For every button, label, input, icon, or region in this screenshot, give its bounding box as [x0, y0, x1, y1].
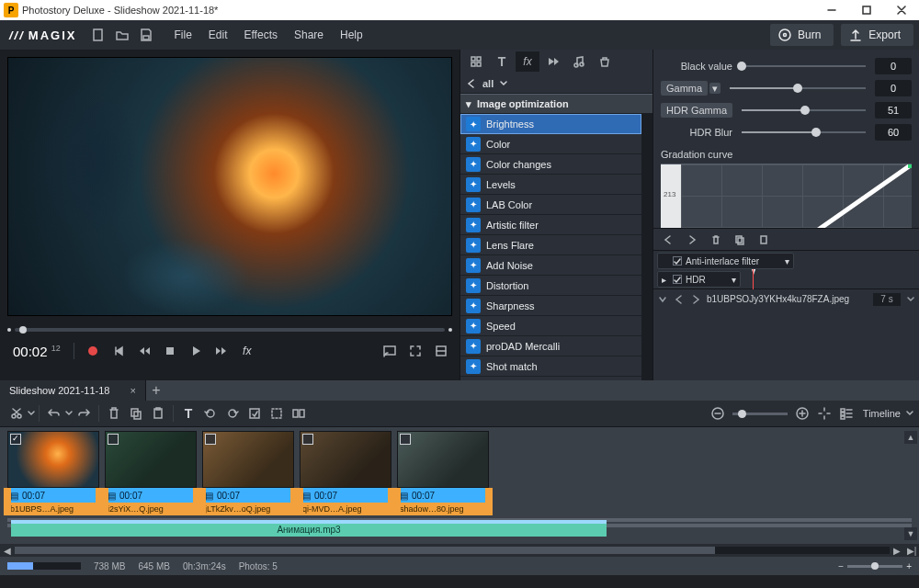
fx-item[interactable]: ✦LAB Color [460, 195, 641, 215]
param-slider[interactable] [742, 65, 866, 67]
story-scroll-up-icon[interactable]: ▲ [904, 431, 917, 444]
zoom-in-icon[interactable] [791, 402, 813, 424]
fx-scrollbar[interactable] [641, 114, 652, 380]
status-zoom-in-icon[interactable]: + [906, 561, 912, 571]
rotate-right-icon[interactable] [221, 402, 244, 424]
kf-copy-icon[interactable] [729, 229, 751, 251]
clip-thumbnail[interactable] [7, 431, 99, 488]
clip-checkbox[interactable] [108, 434, 119, 445]
clip-handle-left[interactable] [101, 488, 108, 515]
goto-start-button[interactable] [108, 340, 130, 362]
hscroll-right-icon[interactable]: ▶ [890, 544, 904, 557]
storyboard-clip[interactable]: ▤00:07b1UBPS…A.jpeg [7, 431, 99, 515]
status-zoom-out-icon[interactable]: − [838, 561, 844, 571]
chevron-down-icon[interactable] [906, 410, 913, 417]
fx-item[interactable]: ✦Brightness [460, 114, 641, 134]
fx-tab-store-icon[interactable] [593, 51, 617, 72]
kf-param-row[interactable]: ▸HDR▾ [657, 271, 741, 288]
delete-icon[interactable] [103, 402, 125, 424]
fx-item[interactable]: ✦Shot match [460, 356, 641, 377]
clip-duration-box[interactable]: 7 s [873, 293, 901, 306]
crop-border-icon[interactable] [266, 402, 288, 424]
open-folder-icon[interactable] [111, 24, 133, 46]
undo-icon[interactable] [43, 402, 65, 424]
clip-handle-left[interactable] [393, 488, 401, 515]
kf-back-icon[interactable] [657, 229, 679, 251]
story-scroll-down-icon[interactable]: ▼ [904, 527, 917, 540]
fullscreen-icon[interactable] [404, 340, 426, 362]
menu-help[interactable]: Help [333, 25, 370, 45]
clip-handle-left[interactable] [4, 488, 11, 515]
auto-enhance-icon[interactable] [244, 402, 266, 424]
fx-item[interactable]: ✦Artistic filter [460, 215, 641, 235]
checkbox-icon[interactable] [673, 256, 682, 266]
nav-next-icon[interactable] [690, 294, 701, 305]
menu-edit[interactable]: Edit [201, 25, 235, 45]
clip-handle-right[interactable] [485, 488, 493, 515]
zoom-out-icon[interactable] [707, 402, 729, 424]
chevron-down-icon[interactable] [28, 410, 35, 417]
record-button[interactable] [82, 340, 104, 362]
paste-icon[interactable] [147, 402, 169, 424]
chevron-down-icon[interactable]: ▾ [785, 256, 789, 266]
storyboard-clip[interactable]: ▤00:07qi-MVD…A.jpeg [300, 431, 391, 515]
storyboard-clip[interactable]: ▤00:07shadow…80.jpeg [397, 431, 489, 515]
new-project-icon[interactable] [87, 24, 109, 46]
zoom-fit-icon[interactable] [813, 402, 835, 424]
kf-param-row[interactable]: Anti-interlace filter▾ [657, 253, 794, 269]
cut-icon[interactable] [6, 402, 28, 424]
storyboard-clip[interactable]: ▤00:07jLTkZkv…oQ.jpeg [202, 431, 294, 515]
fx-toggle-button[interactable]: fx [236, 340, 258, 362]
hscroll-end-icon[interactable]: ▶| [904, 544, 919, 557]
clip-checkbox[interactable] [10, 434, 21, 445]
fx-item[interactable]: ✦Color changes [460, 154, 641, 175]
fx-item[interactable]: ✦Levels [460, 175, 641, 195]
video-preview[interactable] [7, 57, 452, 316]
rewind-button[interactable] [133, 340, 155, 362]
preview-scrubber[interactable] [0, 323, 460, 336]
fx-item[interactable]: ✦Sharpness [460, 296, 641, 316]
preview-settings-icon[interactable] [430, 340, 452, 362]
fast-forward-button[interactable] [210, 340, 233, 362]
fx-breadcrumb[interactable]: all [460, 74, 652, 94]
param-value[interactable]: 51 [875, 102, 912, 119]
burn-button[interactable]: Burn [770, 24, 834, 46]
copy-icon[interactable] [125, 402, 147, 424]
nav-prev-icon[interactable] [674, 294, 685, 305]
fx-tab-text-icon[interactable]: T [490, 51, 514, 72]
zoom-slider[interactable] [732, 413, 788, 415]
chevron-down-icon[interactable] [65, 410, 73, 417]
save-icon[interactable] [135, 24, 157, 46]
param-value[interactable]: 0 [875, 58, 912, 74]
param-slider[interactable] [742, 131, 866, 133]
rotate-icon[interactable] [199, 402, 221, 424]
menu-share[interactable]: Share [287, 25, 331, 45]
param-value[interactable]: 60 [875, 124, 912, 141]
status-zoom-slider[interactable] [847, 565, 902, 568]
clip-checkbox[interactable] [205, 434, 216, 445]
param-slider[interactable] [730, 87, 866, 89]
kf-fwd-icon[interactable] [681, 229, 703, 251]
view-mode-icon[interactable] [835, 402, 857, 424]
clip-dur-dd-icon[interactable] [906, 295, 915, 304]
kf-trash-icon[interactable] [705, 229, 727, 251]
fx-item[interactable]: ✦Add Noise [460, 255, 641, 276]
storyboard-clip[interactable]: ▤00:07i2sYiX…Q.jpeg [105, 431, 197, 515]
menu-effects[interactable]: Effects [237, 25, 285, 45]
maximize-button[interactable] [849, 0, 884, 20]
clip-checkbox[interactable] [400, 434, 411, 445]
close-button[interactable] [884, 0, 919, 20]
fx-item[interactable]: ✦Speed [460, 316, 641, 336]
fx-tab-grid-icon[interactable] [464, 51, 488, 72]
redo-icon[interactable] [73, 402, 95, 424]
fx-group-header[interactable]: ▾Image optimization [460, 94, 652, 114]
fx-item[interactable]: ✦Distortion [460, 276, 641, 296]
fx-item[interactable]: ✦Lens Flare [460, 235, 641, 255]
stop-button[interactable] [159, 340, 181, 362]
fx-item[interactable]: ✦proDAD Mercalli [460, 336, 641, 356]
kf-paste-icon[interactable] [753, 229, 775, 251]
play-button[interactable] [185, 340, 207, 362]
new-tab-button[interactable]: + [146, 380, 166, 401]
fx-tab-music-icon[interactable] [567, 51, 591, 72]
clip-thumbnail[interactable] [300, 431, 391, 488]
